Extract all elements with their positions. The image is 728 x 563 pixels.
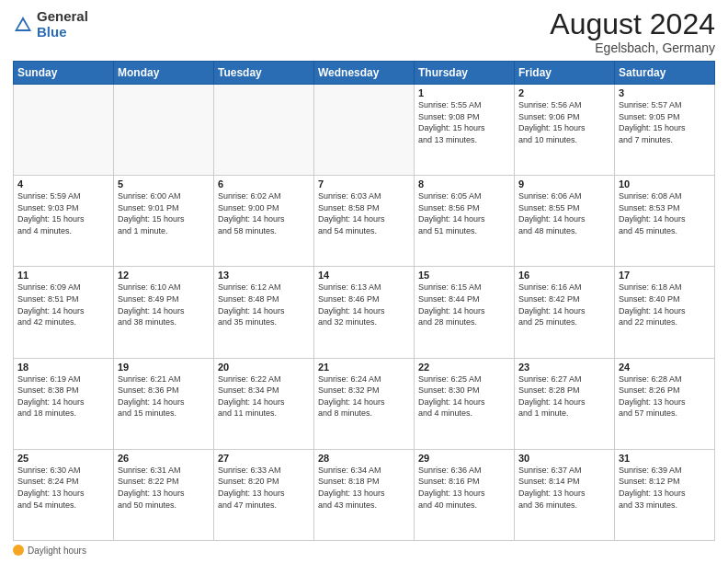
sun-icon <box>13 545 24 556</box>
day-number: 26 <box>118 453 210 464</box>
day-cell: 9Sunrise: 6:06 AM Sunset: 8:55 PM Daylig… <box>515 176 615 267</box>
day-info: Sunrise: 6:02 AM Sunset: 9:00 PM Dayligh… <box>218 190 310 236</box>
day-info: Sunrise: 6:16 AM Sunset: 8:42 PM Dayligh… <box>518 282 610 327</box>
day-info: Sunrise: 6:22 AM Sunset: 8:34 PM Dayligh… <box>218 373 310 419</box>
day-cell: 19Sunrise: 6:21 AM Sunset: 8:36 PM Dayli… <box>114 358 214 449</box>
day-number: 20 <box>218 362 310 373</box>
day-number: 29 <box>418 453 510 464</box>
day-cell: 22Sunrise: 6:25 AM Sunset: 8:30 PM Dayli… <box>415 358 515 449</box>
day-number: 31 <box>619 453 711 464</box>
day-info: Sunrise: 6:05 AM Sunset: 8:56 PM Dayligh… <box>418 190 510 236</box>
col-header-wednesday: Wednesday <box>314 62 415 85</box>
logo: General Blue <box>13 9 88 40</box>
day-info: Sunrise: 6:13 AM Sunset: 8:46 PM Dayligh… <box>318 282 410 327</box>
day-number: 17 <box>619 270 711 281</box>
page: General Blue August 2024 Egelsbach, Germ… <box>0 0 728 563</box>
day-number: 28 <box>318 453 410 464</box>
day-info: Sunrise: 6:09 AM Sunset: 8:51 PM Dayligh… <box>17 282 109 327</box>
title-block: August 2024 Egelsbach, Germany <box>550 9 715 55</box>
day-info: Sunrise: 6:03 AM Sunset: 8:58 PM Dayligh… <box>318 190 410 236</box>
day-cell: 12Sunrise: 6:10 AM Sunset: 8:49 PM Dayli… <box>114 267 214 358</box>
day-number: 24 <box>619 362 711 373</box>
day-info: Sunrise: 6:27 AM Sunset: 8:28 PM Dayligh… <box>518 373 610 419</box>
day-cell: 2Sunrise: 5:56 AM Sunset: 9:06 PM Daylig… <box>515 85 615 176</box>
daylight-label: Daylight hours <box>28 546 86 556</box>
day-number: 27 <box>218 453 310 464</box>
day-cell: 14Sunrise: 6:13 AM Sunset: 8:46 PM Dayli… <box>314 267 415 358</box>
day-info: Sunrise: 6:30 AM Sunset: 8:24 PM Dayligh… <box>17 465 109 511</box>
day-cell: 23Sunrise: 6:27 AM Sunset: 8:28 PM Dayli… <box>515 358 615 449</box>
day-info: Sunrise: 6:10 AM Sunset: 8:49 PM Dayligh… <box>118 282 210 327</box>
day-number: 19 <box>118 362 210 373</box>
day-cell <box>14 85 114 176</box>
col-header-friday: Friday <box>515 62 615 85</box>
day-cell: 20Sunrise: 6:22 AM Sunset: 8:34 PM Dayli… <box>214 358 314 449</box>
day-number: 23 <box>518 362 610 373</box>
day-info: Sunrise: 5:57 AM Sunset: 9:05 PM Dayligh… <box>619 99 711 145</box>
day-number: 4 <box>17 178 109 190</box>
day-info: Sunrise: 6:28 AM Sunset: 8:26 PM Dayligh… <box>619 373 711 419</box>
day-info: Sunrise: 5:56 AM Sunset: 9:06 PM Dayligh… <box>518 99 610 145</box>
day-cell: 25Sunrise: 6:30 AM Sunset: 8:24 PM Dayli… <box>14 449 114 540</box>
day-number: 15 <box>418 270 510 281</box>
day-cell: 18Sunrise: 6:19 AM Sunset: 8:38 PM Dayli… <box>14 358 114 449</box>
day-number: 6 <box>218 178 310 190</box>
day-number: 22 <box>418 362 510 373</box>
day-cell: 3Sunrise: 5:57 AM Sunset: 9:05 PM Daylig… <box>615 85 715 176</box>
day-info: Sunrise: 6:19 AM Sunset: 8:38 PM Dayligh… <box>17 373 109 419</box>
day-cell: 11Sunrise: 6:09 AM Sunset: 8:51 PM Dayli… <box>14 267 114 358</box>
day-cell: 7Sunrise: 6:03 AM Sunset: 8:58 PM Daylig… <box>314 176 415 267</box>
day-cell <box>214 85 314 176</box>
col-header-monday: Monday <box>114 62 214 85</box>
day-number: 13 <box>218 270 310 281</box>
day-info: Sunrise: 6:08 AM Sunset: 8:53 PM Dayligh… <box>619 190 711 236</box>
month-title: August 2024 <box>550 9 715 39</box>
location: Egelsbach, Germany <box>550 40 715 55</box>
day-info: Sunrise: 6:31 AM Sunset: 8:22 PM Dayligh… <box>118 465 210 511</box>
day-cell: 30Sunrise: 6:37 AM Sunset: 8:14 PM Dayli… <box>515 449 615 540</box>
day-cell: 10Sunrise: 6:08 AM Sunset: 8:53 PM Dayli… <box>615 176 715 267</box>
week-row-0: 1Sunrise: 5:55 AM Sunset: 9:08 PM Daylig… <box>14 85 715 176</box>
logo-icon <box>13 15 33 35</box>
day-cell: 1Sunrise: 5:55 AM Sunset: 9:08 PM Daylig… <box>415 85 515 176</box>
day-info: Sunrise: 6:36 AM Sunset: 8:16 PM Dayligh… <box>418 465 510 511</box>
day-number: 9 <box>518 178 610 190</box>
day-cell: 17Sunrise: 6:18 AM Sunset: 8:40 PM Dayli… <box>615 267 715 358</box>
day-number: 14 <box>318 270 410 281</box>
day-number: 5 <box>118 178 210 190</box>
day-number: 30 <box>518 453 610 464</box>
day-cell: 26Sunrise: 6:31 AM Sunset: 8:22 PM Dayli… <box>114 449 214 540</box>
day-cell: 28Sunrise: 6:34 AM Sunset: 8:18 PM Dayli… <box>314 449 415 540</box>
header: General Blue August 2024 Egelsbach, Germ… <box>13 9 715 55</box>
day-number: 8 <box>418 178 510 190</box>
week-row-3: 18Sunrise: 6:19 AM Sunset: 8:38 PM Dayli… <box>14 358 715 449</box>
calendar: SundayMondayTuesdayWednesdayThursdayFrid… <box>13 61 715 541</box>
day-cell: 24Sunrise: 6:28 AM Sunset: 8:26 PM Dayli… <box>615 358 715 449</box>
week-row-4: 25Sunrise: 6:30 AM Sunset: 8:24 PM Dayli… <box>14 449 715 540</box>
day-cell: 13Sunrise: 6:12 AM Sunset: 8:48 PM Dayli… <box>214 267 314 358</box>
col-header-saturday: Saturday <box>615 62 715 85</box>
day-number: 18 <box>17 362 109 373</box>
footer: Daylight hours <box>13 545 715 556</box>
day-cell: 31Sunrise: 6:39 AM Sunset: 8:12 PM Dayli… <box>615 449 715 540</box>
day-info: Sunrise: 6:00 AM Sunset: 9:01 PM Dayligh… <box>118 190 210 236</box>
day-info: Sunrise: 6:12 AM Sunset: 8:48 PM Dayligh… <box>218 282 310 327</box>
day-info: Sunrise: 6:18 AM Sunset: 8:40 PM Dayligh… <box>619 282 711 327</box>
day-info: Sunrise: 6:25 AM Sunset: 8:30 PM Dayligh… <box>418 373 510 419</box>
day-info: Sunrise: 6:39 AM Sunset: 8:12 PM Dayligh… <box>619 465 711 511</box>
week-row-1: 4Sunrise: 5:59 AM Sunset: 9:03 PM Daylig… <box>14 176 715 267</box>
day-info: Sunrise: 6:34 AM Sunset: 8:18 PM Dayligh… <box>318 465 410 511</box>
col-header-sunday: Sunday <box>14 62 114 85</box>
day-info: Sunrise: 6:37 AM Sunset: 8:14 PM Dayligh… <box>518 465 610 511</box>
day-number: 25 <box>17 453 109 464</box>
logo-general: General <box>37 8 88 24</box>
day-cell: 6Sunrise: 6:02 AM Sunset: 9:00 PM Daylig… <box>214 176 314 267</box>
day-cell: 8Sunrise: 6:05 AM Sunset: 8:56 PM Daylig… <box>415 176 515 267</box>
day-info: Sunrise: 6:06 AM Sunset: 8:55 PM Dayligh… <box>518 190 610 236</box>
day-number: 21 <box>318 362 410 373</box>
day-number: 1 <box>418 87 510 98</box>
day-number: 3 <box>619 87 711 98</box>
day-info: Sunrise: 5:59 AM Sunset: 9:03 PM Dayligh… <box>17 190 109 236</box>
week-row-2: 11Sunrise: 6:09 AM Sunset: 8:51 PM Dayli… <box>14 267 715 358</box>
day-cell: 4Sunrise: 5:59 AM Sunset: 9:03 PM Daylig… <box>14 176 114 267</box>
